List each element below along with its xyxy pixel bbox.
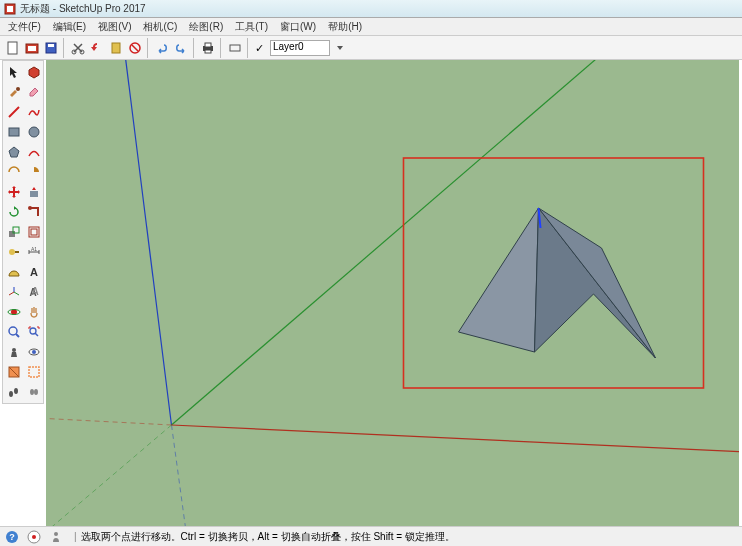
rotate-icon[interactable] bbox=[5, 203, 23, 221]
status-bar: ? | 选取两个点进行移动。 Ctrl = 切换拷贝，Alt = 切换自动折叠，… bbox=[0, 526, 742, 546]
separator bbox=[63, 38, 66, 58]
svg-rect-20 bbox=[9, 231, 15, 237]
svg-rect-1 bbox=[7, 6, 13, 12]
status-modifiers: Ctrl = 切换拷贝，Alt = 切换自动折叠，按住 Shift = 锁定推理… bbox=[181, 530, 455, 544]
new-file-icon[interactable] bbox=[4, 39, 22, 57]
arc-icon[interactable] bbox=[25, 143, 43, 161]
left-toolbox: A1 A AA bbox=[2, 60, 44, 404]
svg-rect-23 bbox=[31, 229, 37, 235]
rect-icon[interactable] bbox=[226, 39, 244, 57]
layer-dropdown-arrow-icon[interactable] bbox=[331, 39, 349, 57]
copy-icon[interactable] bbox=[88, 39, 106, 57]
position-camera-icon[interactable] bbox=[5, 343, 23, 361]
menu-edit[interactable]: 编辑(E) bbox=[47, 18, 92, 36]
scale-icon[interactable] bbox=[5, 223, 23, 241]
svg-rect-16 bbox=[9, 128, 19, 136]
geo-icon[interactable] bbox=[26, 529, 42, 545]
person-icon[interactable] bbox=[48, 529, 64, 545]
followme-icon[interactable] bbox=[25, 203, 43, 221]
svg-point-35 bbox=[32, 350, 36, 354]
separator: | bbox=[74, 531, 77, 542]
model-info-icon[interactable] bbox=[23, 39, 41, 57]
component-icon[interactable] bbox=[25, 63, 43, 81]
menu-view[interactable]: 视图(V) bbox=[92, 18, 137, 36]
rectangle-icon[interactable] bbox=[5, 123, 23, 141]
menu-camera[interactable]: 相机(C) bbox=[137, 18, 183, 36]
walk-icon[interactable] bbox=[5, 383, 23, 401]
svg-point-58 bbox=[54, 532, 58, 536]
svg-rect-12 bbox=[205, 43, 211, 47]
separator bbox=[220, 38, 223, 58]
svg-rect-37 bbox=[29, 367, 39, 377]
redo-icon[interactable] bbox=[172, 39, 190, 57]
eraser-icon[interactable] bbox=[25, 83, 43, 101]
protractor-icon[interactable] bbox=[5, 263, 23, 281]
offset-icon[interactable] bbox=[25, 223, 43, 241]
svg-point-19 bbox=[28, 206, 32, 210]
svg-text:?: ? bbox=[9, 532, 15, 542]
svg-point-40 bbox=[30, 389, 34, 395]
circle-icon[interactable] bbox=[25, 123, 43, 141]
dimension-icon[interactable]: A1 bbox=[25, 243, 43, 261]
svg-point-31 bbox=[9, 327, 17, 335]
move-icon[interactable] bbox=[5, 183, 23, 201]
delete-icon[interactable] bbox=[126, 39, 144, 57]
line-icon[interactable] bbox=[5, 103, 23, 121]
svg-line-42 bbox=[125, 60, 172, 425]
pie-icon[interactable] bbox=[25, 163, 43, 181]
orbit-icon[interactable] bbox=[5, 303, 23, 321]
pushpull-icon[interactable] bbox=[25, 183, 43, 201]
look-around-icon[interactable] bbox=[25, 343, 43, 361]
arc2-icon[interactable] bbox=[5, 163, 23, 181]
svg-text:A: A bbox=[30, 266, 38, 278]
app-icon bbox=[4, 3, 16, 15]
paste-icon[interactable] bbox=[107, 39, 125, 57]
title-bar: 无标题 - SketchUp Pro 2017 bbox=[0, 0, 742, 18]
paint-icon[interactable] bbox=[5, 83, 23, 101]
menu-draw[interactable]: 绘图(R) bbox=[183, 18, 229, 36]
save-icon[interactable] bbox=[42, 39, 60, 57]
separator bbox=[193, 38, 196, 58]
svg-point-24 bbox=[9, 249, 15, 255]
tape-icon[interactable] bbox=[5, 243, 23, 261]
svg-rect-18 bbox=[30, 191, 38, 197]
svg-point-15 bbox=[16, 87, 20, 91]
separator bbox=[247, 38, 250, 58]
svg-rect-14 bbox=[230, 45, 240, 51]
svg-point-57 bbox=[32, 535, 36, 539]
svg-text:A: A bbox=[31, 286, 38, 297]
section-display-icon[interactable] bbox=[25, 363, 43, 381]
zoom-icon[interactable] bbox=[5, 323, 23, 341]
walk2-icon[interactable] bbox=[25, 383, 43, 401]
menu-help[interactable]: 帮助(H) bbox=[322, 18, 368, 36]
3dtext-icon[interactable]: AA bbox=[25, 283, 43, 301]
svg-line-46 bbox=[172, 425, 740, 452]
menu-bar: 文件(F) 编辑(E) 视图(V) 相机(C) 绘图(R) 工具(T) 窗口(W… bbox=[0, 18, 742, 36]
svg-rect-6 bbox=[48, 44, 54, 47]
freehand-icon[interactable] bbox=[25, 103, 43, 121]
menu-file[interactable]: 文件(F) bbox=[2, 18, 47, 36]
svg-point-33 bbox=[12, 348, 16, 352]
pan-icon[interactable] bbox=[25, 303, 43, 321]
zoom-extents-icon[interactable] bbox=[25, 323, 43, 341]
layer-visible-check[interactable]: ✓ bbox=[255, 42, 267, 54]
cut-icon[interactable] bbox=[69, 39, 87, 57]
undo-icon[interactable] bbox=[153, 39, 171, 57]
help-icon[interactable]: ? bbox=[4, 529, 20, 545]
layer-dropdown[interactable]: Layer0 bbox=[270, 40, 330, 56]
print-icon[interactable] bbox=[199, 39, 217, 57]
menu-window[interactable]: 窗口(W) bbox=[274, 18, 322, 36]
svg-rect-2 bbox=[8, 42, 17, 54]
viewport[interactable] bbox=[46, 60, 739, 526]
polygon-icon[interactable] bbox=[5, 143, 23, 161]
section-icon[interactable] bbox=[5, 363, 23, 381]
svg-text:A1: A1 bbox=[31, 246, 37, 252]
3d-scene bbox=[46, 60, 739, 526]
text-icon[interactable]: A bbox=[25, 263, 43, 281]
menu-tools[interactable]: 工具(T) bbox=[229, 18, 274, 36]
svg-point-38 bbox=[9, 391, 13, 397]
axes-icon[interactable] bbox=[5, 283, 23, 301]
window-title: 无标题 - SketchUp Pro 2017 bbox=[20, 2, 146, 16]
select-icon[interactable] bbox=[5, 63, 23, 81]
svg-line-45 bbox=[46, 425, 172, 526]
